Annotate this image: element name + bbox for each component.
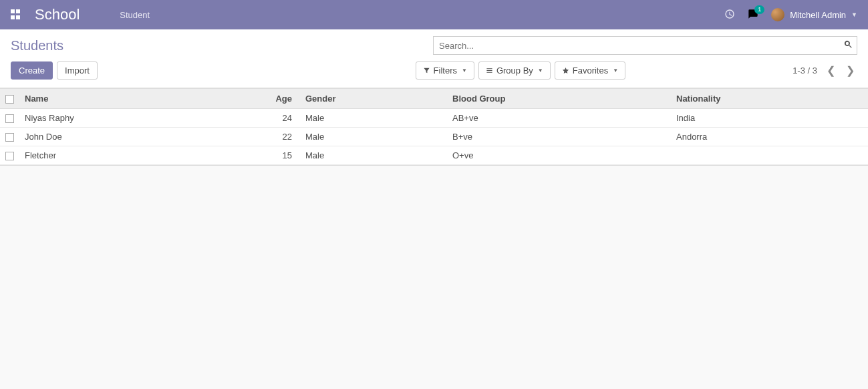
students-table: Name Age Gender Blood Group Nationality … (0, 88, 868, 165)
pager-prev[interactable]: ❮ (824, 63, 838, 78)
avatar (771, 8, 784, 21)
pager-text: 1-3 / 3 (792, 66, 817, 76)
pager-arrows: ❮ ❯ (824, 63, 857, 78)
cell-age: 22 (200, 128, 300, 146)
caret-down-icon: ▼ (538, 68, 543, 74)
row-checkbox-cell (0, 146, 19, 165)
messaging-icon[interactable]: 1 (747, 9, 759, 21)
row-checkbox[interactable] (5, 114, 14, 123)
cp-row-top: Students (11, 36, 857, 55)
cp-row-bottom: Create Import Filters ▼ Group By ▼ Favor… (11, 61, 857, 80)
groupby-button[interactable]: Group By ▼ (478, 61, 551, 80)
row-checkbox-cell (0, 128, 19, 146)
import-button[interactable]: Import (57, 61, 98, 80)
cell-name: Fletcher (19, 146, 200, 165)
header-checkbox-cell (0, 89, 19, 109)
menu-student[interactable]: Student (120, 10, 150, 20)
filters-button[interactable]: Filters ▼ (416, 61, 474, 80)
page-title: Students (11, 38, 63, 53)
right-controls: Filters ▼ Group By ▼ Favorites ▼ 1-3 / 3… (416, 61, 857, 80)
cell-blood: B+ve (447, 128, 671, 146)
caret-down-icon: ▼ (851, 11, 857, 18)
top-navbar: School Student 1 Mitchell Admin ▼ (0, 0, 868, 29)
navbar-right: 1 Mitchell Admin ▼ (724, 8, 857, 21)
table-row[interactable]: John Doe22MaleB+veAndorra (0, 128, 868, 146)
notification-badge: 1 (754, 5, 764, 14)
cell-nationality (671, 146, 868, 165)
filters-label: Filters (434, 66, 457, 76)
user-menu[interactable]: Mitchell Admin ▼ (771, 8, 857, 21)
filter-buttons: Filters ▼ Group By ▼ Favorites ▼ (416, 61, 626, 80)
funnel-icon (423, 67, 430, 74)
cell-gender: Male (300, 146, 447, 165)
header-gender[interactable]: Gender (300, 89, 447, 109)
list-icon (486, 67, 493, 74)
cell-age: 24 (200, 109, 300, 128)
header-age[interactable]: Age (200, 89, 300, 109)
pager: 1-3 / 3 ❮ ❯ (792, 63, 857, 78)
cell-name: Niyas Raphy (19, 109, 200, 128)
row-checkbox-cell (0, 109, 19, 128)
favorites-label: Favorites (573, 66, 608, 76)
row-checkbox[interactable] (5, 133, 14, 142)
navbar-left: School Student (11, 6, 150, 23)
brand[interactable]: School (35, 6, 80, 23)
pager-next[interactable]: ❯ (843, 63, 857, 78)
groupby-label: Group By (496, 66, 533, 76)
cell-gender: Male (300, 128, 447, 146)
table-row[interactable]: Fletcher15MaleO+ve (0, 146, 868, 165)
cell-nationality: Andorra (671, 128, 868, 146)
control-panel: Students Create Import Filters ▼ Group B… (0, 29, 868, 88)
header-name[interactable]: Name (19, 89, 200, 109)
search-icon[interactable] (843, 39, 853, 51)
cell-blood: O+ve (447, 146, 671, 165)
caret-down-icon: ▼ (462, 68, 467, 74)
row-checkbox[interactable] (5, 152, 14, 160)
cell-name: John Doe (19, 128, 200, 146)
header-nationality[interactable]: Nationality (671, 89, 868, 109)
search-input[interactable] (433, 36, 857, 55)
caret-down-icon: ▼ (613, 68, 618, 74)
cell-gender: Male (300, 109, 447, 128)
user-name: Mitchell Admin (790, 10, 846, 20)
clock-icon[interactable] (724, 9, 735, 21)
table-header-row: Name Age Gender Blood Group Nationality (0, 89, 868, 109)
action-buttons: Create Import (11, 61, 98, 80)
star-icon (562, 67, 569, 74)
favorites-button[interactable]: Favorites ▼ (555, 61, 625, 80)
cell-nationality: India (671, 109, 868, 128)
cell-age: 15 (200, 146, 300, 165)
table-row[interactable]: Niyas Raphy24MaleAB+veIndia (0, 109, 868, 128)
create-button[interactable]: Create (11, 61, 53, 80)
search-wrap (433, 36, 857, 55)
table-wrap: Name Age Gender Blood Group Nationality … (0, 88, 868, 166)
apps-icon[interactable] (11, 9, 21, 20)
select-all-checkbox[interactable] (5, 95, 14, 104)
cell-blood: AB+ve (447, 109, 671, 128)
header-blood[interactable]: Blood Group (447, 89, 671, 109)
